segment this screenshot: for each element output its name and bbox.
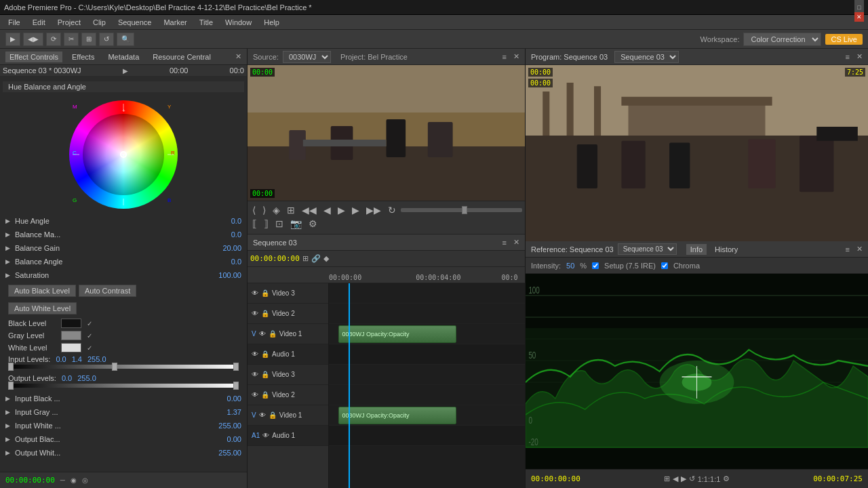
gray-level-check[interactable]: ✓ bbox=[87, 332, 92, 340]
ref-btn-2[interactable]: ◀ bbox=[673, 474, 678, 483]
ref-sequence-dropdown[interactable]: Sequence 03 bbox=[618, 243, 677, 255]
track-eye-v3b[interactable]: 👁 bbox=[252, 371, 258, 378]
tool-btn-5[interactable]: ⊞ bbox=[81, 33, 96, 46]
source-dropdown[interactable]: 0030WJ bbox=[283, 51, 331, 63]
transport-insert[interactable]: ◈ bbox=[271, 204, 282, 216]
transport-step-back[interactable]: ◀ bbox=[321, 204, 333, 216]
black-level-swatch[interactable] bbox=[61, 319, 81, 328]
param-value-output-white[interactable]: 255.00 bbox=[218, 449, 241, 457]
param-expand-input-gray[interactable]: ▶ bbox=[5, 409, 12, 415]
menu-sequence[interactable]: Sequence bbox=[113, 17, 157, 28]
ec-close-icon[interactable]: ✕ bbox=[235, 52, 241, 61]
auto-black-level-button[interactable]: Auto Black Level bbox=[8, 285, 76, 297]
tab-resource-central[interactable]: Resource Central bbox=[149, 52, 215, 62]
param-value-balance-angle[interactable]: 0.0 bbox=[231, 258, 241, 266]
ref-btn-5[interactable]: ⚙ bbox=[723, 474, 730, 483]
param-expand-input-white[interactable]: ▶ bbox=[5, 422, 12, 429]
seq-menu-icon[interactable]: ≡ bbox=[502, 239, 507, 247]
track-lock-v2[interactable]: 🔒 bbox=[261, 310, 269, 317]
param-value-balance-gain[interactable]: 20.00 bbox=[222, 244, 241, 252]
video-clip-1[interactable]: 0030WJ Opacity:Opacity bbox=[338, 325, 456, 343]
tool-btn-7[interactable]: 🔍 bbox=[117, 33, 134, 46]
source-progress-thumb[interactable] bbox=[462, 206, 467, 214]
ec-bottom-icon-1[interactable]: ─ bbox=[60, 476, 65, 484]
param-expand-balance-angle[interactable]: ▶ bbox=[5, 258, 12, 265]
intensity-value[interactable]: 50 bbox=[566, 262, 574, 270]
ref-close-icon[interactable]: ✕ bbox=[856, 245, 863, 253]
track-eye-v1b[interactable]: 👁 bbox=[259, 411, 266, 419]
param-expand-output-white[interactable]: ▶ bbox=[5, 449, 12, 456]
track-lock-v3b[interactable]: 🔒 bbox=[261, 371, 269, 378]
gray-level-swatch[interactable] bbox=[61, 331, 81, 340]
ec-bottom-icon-3[interactable]: ◎ bbox=[82, 476, 88, 484]
transport-settings[interactable]: ⚙ bbox=[307, 218, 319, 230]
add-marker-button[interactable]: ◆ bbox=[323, 254, 329, 263]
transport-overlay[interactable]: ⊞ bbox=[285, 204, 297, 216]
transport-next-edit[interactable]: ⟧ bbox=[262, 218, 271, 230]
param-expand-saturation[interactable]: ▶ bbox=[5, 272, 12, 279]
input-levels-thumb-left[interactable] bbox=[8, 363, 14, 371]
transport-export-frame[interactable]: 📷 bbox=[288, 218, 304, 230]
menu-window[interactable]: Window bbox=[220, 17, 257, 28]
source-panel-close-icon[interactable]: ✕ bbox=[513, 52, 519, 61]
track-eye-v1[interactable]: 👁 bbox=[259, 330, 266, 338]
input-levels-slider[interactable] bbox=[8, 365, 239, 369]
tool-btn-6[interactable]: ↺ bbox=[99, 33, 114, 46]
param-value-hue-angle[interactable]: 0.0 bbox=[231, 217, 241, 225]
track-eye-a1[interactable]: 👁 bbox=[252, 350, 258, 358]
param-expand-hue-angle[interactable]: ▶ bbox=[5, 218, 12, 224]
program-sequence-dropdown[interactable]: Sequence 03 bbox=[614, 51, 679, 63]
transport-step-fwd[interactable]: ▶ bbox=[350, 204, 361, 216]
transport-in-point[interactable]: ⟨ bbox=[250, 204, 258, 216]
param-value-input-black[interactable]: 0.00 bbox=[227, 394, 241, 403]
ref-tab-history[interactable]: History bbox=[711, 244, 742, 255]
workspace-dropdown[interactable]: Color Correction bbox=[743, 33, 821, 46]
track-lock-v3[interactable]: 🔒 bbox=[261, 289, 269, 297]
ref-btn-3[interactable]: ▶ bbox=[681, 474, 686, 483]
transport-loop[interactable]: ↻ bbox=[386, 204, 398, 216]
tab-effect-controls[interactable]: Effect Controls bbox=[5, 52, 62, 62]
menu-file[interactable]: File bbox=[3, 17, 26, 28]
param-value-output-black[interactable]: 0.00 bbox=[227, 435, 241, 443]
auto-contrast-button[interactable]: Auto Contrast bbox=[79, 285, 136, 297]
black-level-check[interactable]: ✓ bbox=[87, 320, 92, 327]
transport-rewind[interactable]: ◀◀ bbox=[300, 204, 319, 216]
menu-help[interactable]: Help bbox=[258, 17, 285, 28]
tab-effects[interactable]: Effects bbox=[68, 52, 98, 62]
ref-tab-info[interactable]: Info bbox=[686, 244, 707, 255]
menu-marker[interactable]: Marker bbox=[158, 17, 192, 28]
track-lock-v1[interactable]: 🔒 bbox=[269, 330, 277, 338]
tool-btn-1[interactable]: ▶ bbox=[5, 33, 20, 46]
transport-prev-edit[interactable]: ⟦ bbox=[250, 218, 259, 230]
track-lock-v1b[interactable]: 🔒 bbox=[269, 411, 277, 419]
transport-safe[interactable]: ⊡ bbox=[273, 218, 285, 230]
tool-btn-4[interactable]: ✂ bbox=[64, 33, 79, 46]
chroma-checkbox[interactable] bbox=[661, 262, 668, 269]
ref-btn-1[interactable]: ⊞ bbox=[664, 474, 670, 483]
link-select-button[interactable]: 🔗 bbox=[311, 254, 321, 263]
param-expand-balance-gain[interactable]: ▶ bbox=[5, 245, 12, 251]
color-wheel[interactable]: + M Y C R G B bbox=[69, 100, 178, 209]
param-value-saturation[interactable]: 100.00 bbox=[218, 271, 241, 279]
param-expand-input-black[interactable]: ▶ bbox=[5, 395, 12, 402]
param-value-input-gray[interactable]: 1.37 bbox=[227, 408, 241, 416]
play-icon[interactable]: ▶ bbox=[123, 67, 128, 75]
param-value-input-white[interactable]: 255.00 bbox=[218, 422, 241, 430]
menu-project[interactable]: Project bbox=[52, 17, 86, 28]
menu-clip[interactable]: Clip bbox=[87, 17, 111, 28]
output-levels-thumb-right[interactable] bbox=[233, 382, 239, 390]
input-levels-thumb-right[interactable] bbox=[233, 363, 239, 371]
snap-button[interactable]: ⊞ bbox=[302, 254, 309, 263]
auto-white-level-button[interactable]: Auto White Level bbox=[8, 302, 77, 314]
source-progress-bar[interactable] bbox=[401, 208, 522, 212]
wheel-center-indicator[interactable] bbox=[120, 151, 127, 158]
track-lock-a1[interactable]: 🔒 bbox=[261, 350, 269, 358]
seq-close-icon[interactable]: ✕ bbox=[513, 238, 519, 247]
param-expand-balance-ma[interactable]: ▶ bbox=[5, 231, 12, 238]
track-eye-a1b[interactable]: 👁 bbox=[262, 432, 269, 439]
input-levels-thumb-mid[interactable] bbox=[112, 363, 117, 371]
ref-btn-4[interactable]: ↺ bbox=[689, 474, 695, 483]
menu-title[interactable]: Title bbox=[194, 17, 218, 28]
white-level-swatch[interactable] bbox=[61, 343, 81, 352]
transport-play[interactable]: ▶ bbox=[336, 204, 347, 216]
